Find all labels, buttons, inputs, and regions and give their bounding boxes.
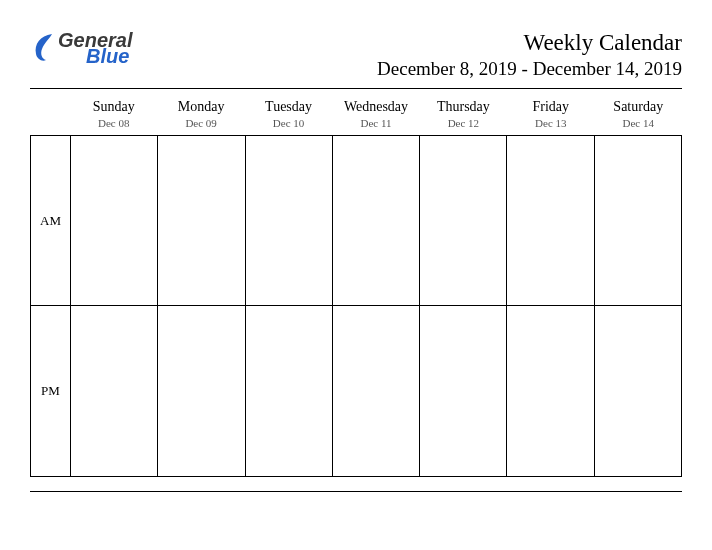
- date-range: December 8, 2019 - December 14, 2019: [377, 58, 682, 80]
- calendar-grid: AM PM: [30, 135, 682, 477]
- logo-swoosh-icon: [30, 32, 56, 69]
- title-block: Weekly Calendar December 8, 2019 - Decem…: [377, 30, 682, 80]
- day-header-tuesday: Tuesday Dec 10: [245, 99, 332, 129]
- cell-pm-thu: [420, 306, 507, 476]
- grid-row-pm: PM: [31, 306, 681, 476]
- row-label-pm: PM: [31, 306, 71, 476]
- day-header-friday: Friday Dec 13: [507, 99, 594, 129]
- day-date: Dec 14: [595, 117, 682, 129]
- day-date: Dec 13: [507, 117, 594, 129]
- logo-word-blue: Blue: [86, 46, 132, 66]
- grid-row-am: AM: [31, 136, 681, 306]
- brand-logo: General Blue: [30, 30, 132, 69]
- day-name: Wednesday: [332, 99, 419, 115]
- cell-am-mon: [158, 136, 245, 306]
- day-header-monday: Monday Dec 09: [157, 99, 244, 129]
- cell-pm-fri: [507, 306, 594, 476]
- cell-pm-sat: [595, 306, 681, 476]
- day-header-saturday: Saturday Dec 14: [595, 99, 682, 129]
- cell-pm-wed: [333, 306, 420, 476]
- cell-am-thu: [420, 136, 507, 306]
- day-name: Saturday: [595, 99, 682, 115]
- calendar: Sunday Dec 08 Monday Dec 09 Tuesday Dec …: [30, 89, 682, 477]
- day-date: Dec 10: [245, 117, 332, 129]
- cell-pm-sun: [71, 306, 158, 476]
- cell-pm-tue: [246, 306, 333, 476]
- day-name: Friday: [507, 99, 594, 115]
- day-name: Sunday: [70, 99, 157, 115]
- day-headers-row: Sunday Dec 08 Monday Dec 09 Tuesday Dec …: [30, 99, 682, 129]
- cell-am-fri: [507, 136, 594, 306]
- day-name: Tuesday: [245, 99, 332, 115]
- corner-spacer: [30, 99, 70, 129]
- day-date: Dec 08: [70, 117, 157, 129]
- logo-text-stack: General Blue: [58, 30, 132, 66]
- cell-am-sun: [71, 136, 158, 306]
- row-label-am: AM: [31, 136, 71, 306]
- day-header-sunday: Sunday Dec 08: [70, 99, 157, 129]
- day-date: Dec 09: [157, 117, 244, 129]
- day-header-thursday: Thursday Dec 12: [420, 99, 507, 129]
- day-date: Dec 12: [420, 117, 507, 129]
- cell-pm-mon: [158, 306, 245, 476]
- footer-divider: [30, 491, 682, 492]
- cell-am-sat: [595, 136, 681, 306]
- day-name: Thursday: [420, 99, 507, 115]
- day-header-wednesday: Wednesday Dec 11: [332, 99, 419, 129]
- cell-am-tue: [246, 136, 333, 306]
- page-title: Weekly Calendar: [377, 30, 682, 56]
- day-date: Dec 11: [332, 117, 419, 129]
- cell-am-wed: [333, 136, 420, 306]
- header-row: General Blue Weekly Calendar December 8,…: [30, 30, 682, 80]
- day-name: Monday: [157, 99, 244, 115]
